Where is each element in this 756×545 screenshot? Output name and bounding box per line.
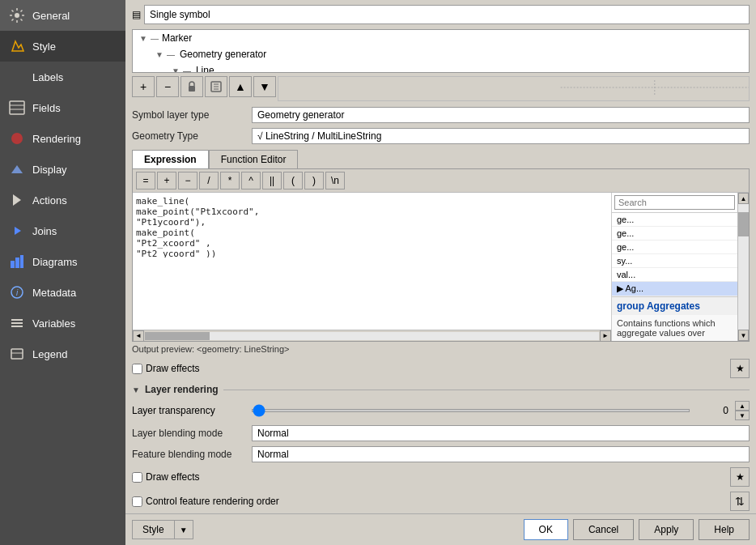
expr-list-item-5[interactable]: ▶ Ag... [612,282,737,296]
plus-button[interactable]: + [157,172,176,189]
mul-button[interactable]: * [220,172,240,189]
expr-list-item-0[interactable]: ge... [612,213,737,227]
sidebar-item-style[interactable]: Style [0,31,125,62]
sidebar-item-actions[interactable]: Actions [0,185,125,215]
feature-blending-label: Feature blending mode [132,449,245,460]
sidebar-item-fields[interactable]: Fields [0,92,125,123]
feature-blending-select[interactable]: Normal [252,446,750,462]
renderer-dropdown[interactable]: Single symbol [144,5,750,24]
lock-layer-button[interactable] [181,76,203,97]
geometry-type-select[interactable]: √ LineString / MultiLineString [252,128,750,144]
transparency-row: Layer transparency 0 ▲ ▼ [125,398,756,423]
move-down-button[interactable]: ▼ [253,76,276,97]
tab-expression[interactable]: Expression [132,150,209,168]
draw-effects-star-btn[interactable]: ★ [730,359,750,378]
group-section: group Aggregates Contains functions whic… [612,296,737,341]
help-button[interactable]: Help [699,519,750,540]
scroll-left-btn[interactable]: ◄ [133,330,144,342]
expr-list-item-4[interactable]: val... [612,268,737,282]
draw-effects-checkbox[interactable] [132,364,142,374]
symbol-layer-type-select[interactable]: Geometry generator [252,107,750,123]
svg-rect-9 [20,255,23,268]
svg-point-4 [11,133,23,144]
cancel-button[interactable]: Cancel [573,519,634,540]
expression-toolbar: = + − / * ^ || ( ) \n [133,169,749,193]
lparen-button[interactable]: ( [283,172,303,189]
v-scrollbar[interactable]: ▲ ▼ [737,193,749,341]
minus-button[interactable]: − [178,172,197,189]
remove-layer-button[interactable]: − [156,76,179,97]
sidebar-item-metadata[interactable]: i Metadata [0,277,125,308]
spin-up[interactable]: ▲ [735,401,750,411]
eq-button[interactable]: = [136,172,155,189]
tree-item-line[interactable]: ▼ — Line [133,62,749,73]
exp-button[interactable]: ^ [241,172,261,189]
rendering-icon [8,130,26,147]
actions-icon [8,191,26,209]
geometry-line-icon: — [167,50,175,59]
apply-button[interactable]: Apply [639,519,694,540]
layer-blending-row: Layer blending mode Normal [125,423,756,444]
draw-effects-checkbox-2[interactable] [132,472,142,483]
control-rendering-label: Control feature rendering order [146,496,279,507]
sidebar-item-joins[interactable]: Joins [0,215,125,246]
scroll-right-btn[interactable]: ► [600,330,611,342]
layer-blending-select[interactable]: Normal [252,425,750,441]
diagrams-icon [8,253,26,270]
h-scrollbar[interactable]: ◄ ► [133,330,611,341]
pipe-button[interactable]: || [262,172,282,189]
sidebar-item-rendering[interactable]: Rendering [0,123,125,154]
tree-item-geometry[interactable]: ▼ — Geometry generator [133,46,749,62]
tree-item-marker[interactable]: ▼ — Marker [133,30,749,46]
scroll-up-btn[interactable]: ▲ [738,193,749,204]
geometry-type-label: Geometry Type [132,130,245,142]
tab-function-editor[interactable]: Function Editor [209,150,299,168]
rparen-button[interactable]: ) [304,172,324,189]
draw-effects-star-btn-2[interactable]: ★ [730,467,750,487]
group-header[interactable]: group Aggregates [612,297,737,315]
style-button[interactable]: Style [132,520,175,539]
sidebar-label-actions: Actions [32,194,67,207]
expr-list-item-3[interactable]: sy... [612,254,737,268]
control-rendering-arrow-btn[interactable]: ⇅ [730,492,750,511]
spin-down[interactable]: ▼ [735,411,750,420]
tree-label-geometry: Geometry generator [180,49,266,60]
search-input[interactable] [614,195,735,210]
sidebar-label-rendering: Rendering [32,133,81,145]
expression-input[interactable]: make_line( make_point("Pt1xcoord","Pt1yc… [133,193,265,258]
properties-button[interactable] [205,76,227,97]
feature-blending-row: Feature blending mode Normal [125,444,756,465]
sidebar-label-legend: Legend [32,348,67,360]
sidebar-item-legend[interactable]: Legend [0,338,125,369]
sidebar-item-labels[interactable]: Labels [0,62,125,92]
tree-arrow-line: ▼ [172,66,180,74]
labels-icon [8,68,26,86]
tree-arrow-marker: ▼ [139,34,147,43]
sidebar-item-general[interactable]: General [0,0,125,31]
geometry-type-row: Geometry Type √ LineString / MultiLineSt… [125,126,756,147]
sort-icon[interactable]: ⇅ [730,492,750,511]
control-rendering-checkbox[interactable] [132,496,142,507]
transparency-slider[interactable] [252,409,690,412]
draw-effects-label: Draw effects [146,363,199,374]
sidebar-item-variables[interactable]: Variables [0,308,125,338]
ok-button[interactable]: OK [524,519,568,540]
expr-list-item-2[interactable]: ge... [612,241,737,254]
newline-button[interactable]: \n [325,172,345,189]
add-layer-button[interactable]: + [132,76,155,97]
tree-label-marker: Marker [162,32,192,44]
h-scroll-track [145,332,599,340]
general-icon [8,6,26,24]
sidebar-item-display[interactable]: Display [0,154,125,185]
move-up-button[interactable]: ▲ [229,76,252,97]
draw-effects-star-2[interactable]: ★ [730,467,750,487]
scroll-down-btn[interactable]: ▼ [738,330,749,341]
draw-effects-row: Draw effects ★ [125,356,756,381]
fields-icon [8,99,26,117]
sidebar-item-diagrams[interactable]: Diagrams [0,246,125,277]
style-dropdown-btn[interactable]: ▼ [175,520,193,539]
expr-list-item-1[interactable]: ge... [612,227,737,241]
div-button[interactable]: / [199,172,219,189]
draw-effects-star[interactable]: ★ [730,359,750,378]
transparency-label: Layer transparency [132,405,245,416]
